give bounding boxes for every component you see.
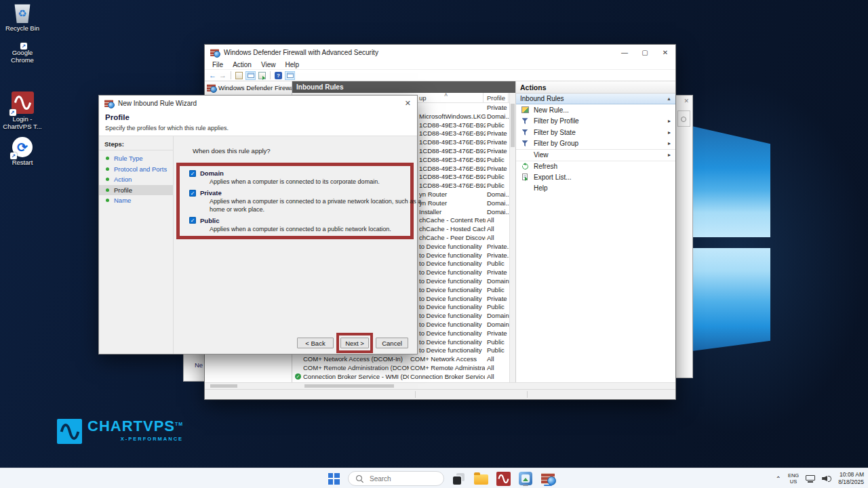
profile-checkbox[interactable]: ✓ — [189, 217, 196, 224]
console-tree-toggle-icon[interactable] — [245, 71, 256, 80]
action-item[interactable]: Export List... ▸ — [516, 171, 675, 183]
scrollbar-thumb[interactable] — [304, 384, 394, 388]
search-icon — [355, 474, 363, 483]
help-icon[interactable]: ? — [275, 72, 282, 79]
menu-file[interactable]: File — [208, 61, 228, 68]
next-button[interactable]: Next > — [340, 338, 369, 348]
rule-row[interactable]: ✓ COM+ Network Access (DCOM-In) COM+ Net… — [292, 354, 509, 363]
rule-group: to Device functionality — [419, 329, 486, 337]
chartvps-logo-icon — [57, 419, 82, 444]
rule-profile: Private — [487, 329, 509, 337]
task-view-button[interactable] — [450, 470, 467, 487]
desktop-icon-label: Recycle Bin — [5, 25, 39, 33]
profile-checkbox[interactable]: ✓ — [189, 190, 196, 197]
wizard-titlebar[interactable]: New Inbound Rule Wizard ✕ — [99, 96, 417, 110]
menu-bar: File Action View Help — [205, 60, 675, 70]
tree-root-item[interactable]: Windows Defender Firewall witl — [205, 81, 292, 94]
column-header-group[interactable]: up — [419, 94, 427, 102]
desktop-icon-recycle-bin[interactable]: ♻ Recycle Bin — [1, 3, 43, 33]
profile-option-label: Domain — [200, 169, 224, 177]
close-button[interactable]: ✕ — [655, 45, 675, 60]
wizard-step[interactable]: Action — [99, 174, 173, 185]
firewall-tree-icon — [207, 84, 216, 92]
background-search-box[interactable] — [677, 110, 690, 127]
actions-inbound-rules-group[interactable]: Inbound Rules ▲ — [516, 94, 675, 104]
forward-icon[interactable]: → — [219, 72, 226, 79]
taskbar-search[interactable] — [348, 471, 444, 486]
profile-checkbox[interactable]: ✓ — [189, 170, 196, 177]
action-item[interactable]: Filter by State ▸ — [516, 127, 675, 138]
action-item[interactable]: View ▸ — [516, 149, 675, 161]
tray-chevron-up-icon[interactable]: ⌃ — [776, 475, 781, 483]
column-header-profile[interactable]: Profile — [487, 94, 505, 102]
windows-logo-icon — [328, 473, 340, 485]
menu-view[interactable]: View — [256, 61, 281, 68]
minimize-button[interactable]: — — [614, 45, 635, 60]
back-button[interactable]: < Back — [297, 338, 334, 348]
wizard-step[interactable]: Profile — [99, 185, 173, 196]
rule-row[interactable]: ✓ COM+ Remote Administration (DCOM-In) C… — [292, 363, 509, 372]
chartvps-app-button[interactable] — [495, 470, 511, 487]
wizard-step-label: Name — [114, 197, 131, 204]
desktop-icon-restart[interactable]: ⟳ ↗ Restart — [1, 137, 43, 167]
column-divider[interactable] — [483, 93, 484, 102]
shortcut-arrow-icon: ↗ — [20, 43, 27, 49]
speaker-icon[interactable] — [822, 474, 831, 483]
rule-group: to Device functionality — [419, 251, 486, 259]
network-icon[interactable] — [806, 475, 815, 483]
screenshot-app-icon — [519, 472, 532, 485]
search-input[interactable] — [368, 474, 429, 483]
snipping-app-button[interactable] — [517, 470, 534, 487]
clock[interactable]: 10:08 AM 8/18/2025 — [838, 471, 864, 486]
column-divider[interactable] — [508, 93, 509, 102]
scrollbar-thumb[interactable] — [511, 104, 515, 147]
rules-hscrollbar[interactable] — [292, 382, 515, 389]
language-indicator[interactable]: ENGUS — [788, 472, 799, 485]
tray-time: 10:08 AM — [838, 471, 864, 479]
maximize-button[interactable]: ▢ — [635, 45, 655, 60]
rule-group: 1CD88-49E3-476E-B926-... — [419, 121, 486, 129]
close-icon[interactable]: ✕ — [684, 98, 689, 104]
firewall-app-button[interactable] — [540, 470, 556, 487]
profile-option-description: Applies when a computer is connected to … — [210, 198, 433, 214]
watermark-tm: TM — [175, 422, 183, 426]
export-list-icon[interactable] — [258, 72, 266, 79]
wizard-step[interactable]: Rule Type — [99, 153, 173, 164]
start-button[interactable] — [326, 470, 342, 487]
desktop-icon-label: Restart — [12, 159, 33, 167]
wizard-header: Profile Specify the profiles for which t… — [99, 110, 417, 136]
rule-row[interactable]: ✓ Connection Broker Service - WMI (DCO..… — [292, 372, 509, 381]
action-item[interactable]: Refresh ▸ — [516, 161, 675, 172]
action-item[interactable]: Help ▸ — [516, 183, 675, 195]
tree-hscrollbar[interactable] — [205, 382, 292, 389]
wizard-step[interactable]: Name — [99, 195, 173, 206]
desktop-icon-google-chrome[interactable]: ↗ Google Chrome — [1, 47, 43, 64]
menu-help[interactable]: Help — [280, 61, 304, 68]
action-item[interactable]: Filter by Group ▸ — [516, 138, 675, 150]
wizard-close-icon[interactable]: ✕ — [405, 99, 411, 108]
cancel-button[interactable]: Cancel — [376, 338, 408, 348]
up-one-level-icon[interactable] — [235, 72, 243, 79]
action-pane-toggle-icon[interactable] — [285, 71, 295, 80]
rule-name: COM+ Network Access (DCOM-In) — [303, 355, 409, 363]
action-item[interactable]: New Rule... ▸ — [516, 104, 675, 116]
wizard-step[interactable]: Protocol and Ports — [99, 164, 173, 175]
rule-group: to Device functionality — [419, 346, 486, 354]
firewall-titlebar[interactable]: Windows Defender Firewall with Advanced … — [205, 45, 675, 60]
watermark-subtitle: X-PERFORMANCE — [87, 436, 183, 442]
annotation-box-next: Next > — [336, 333, 373, 353]
file-explorer-button[interactable] — [473, 470, 489, 487]
rule-group: chCache - Content Retr... — [419, 216, 486, 224]
rule-profile: Domai... — [487, 113, 509, 120]
chartvps-icon — [496, 472, 511, 486]
back-icon[interactable]: ← — [209, 72, 216, 79]
menu-action[interactable]: Action — [228, 61, 256, 68]
wizard-icon — [104, 100, 113, 107]
action-item[interactable]: Filter by Profile ▸ — [516, 116, 675, 127]
desktop-icon-login-chartvps[interactable]: ↗ Login - ChartVPS T... — [1, 92, 43, 131]
rule-group: to Device functionality — [419, 260, 486, 267]
collapse-icon[interactable]: ▲ — [667, 96, 671, 101]
scrollbar-thumb[interactable] — [210, 384, 237, 388]
vertical-scrollbar[interactable] — [509, 93, 515, 382]
action-item-icon — [522, 129, 528, 136]
